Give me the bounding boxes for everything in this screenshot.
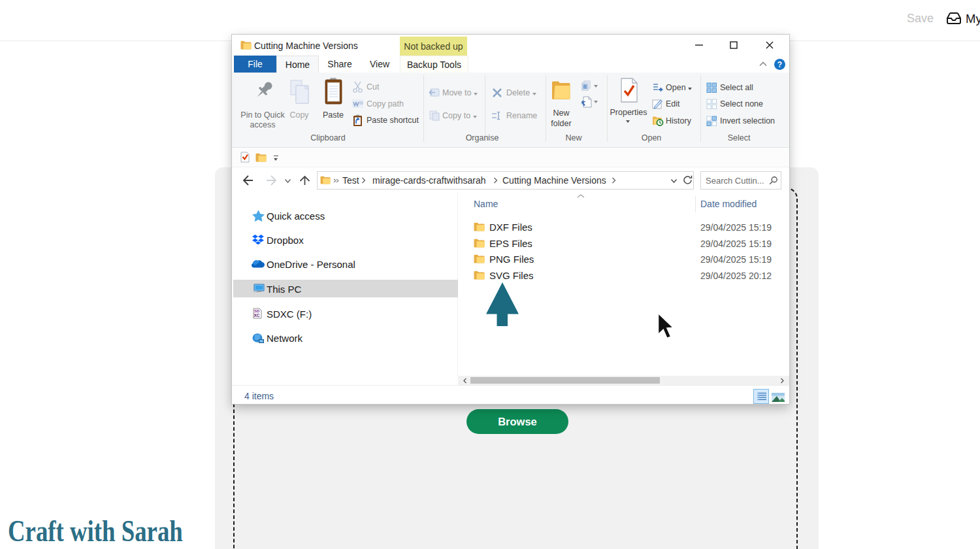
svg-text:XC: XC [253, 313, 259, 318]
